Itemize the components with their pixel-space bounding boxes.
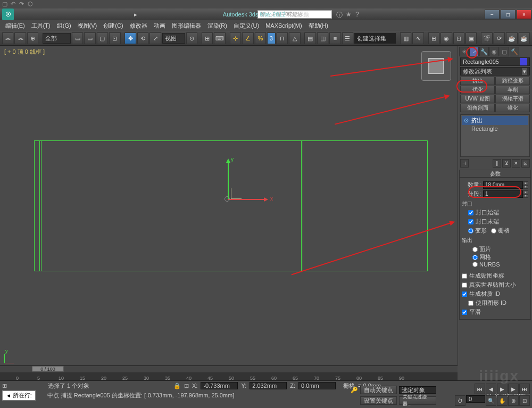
gizmo-y-axis[interactable] [228,160,229,199]
menu-views[interactable]: 视图(V) [74,21,101,31]
help-icon[interactable]: ? [355,11,363,18]
render-prod-icon[interactable]: 🎬 [481,32,492,44]
modifier-stack[interactable]: ⊙挤出 Rectangle [460,114,530,157]
key-filters[interactable]: 关键点过滤器... [399,396,436,405]
tab-motion[interactable]: ◉ [489,47,499,56]
autokey-button[interactable]: 自动关键点 [360,386,397,394]
selection-filter[interactable]: 全部 [43,33,71,44]
keyboard-shortcut-icon[interactable]: ⌨ [214,32,225,44]
time-config-icon[interactable]: ⏱ [455,395,466,406]
show-result-icon[interactable]: ∥ [493,159,501,168]
menu-graph[interactable]: 图形编辑器 [169,21,204,31]
mod-bevelprofile[interactable]: 倒角剖面 [460,104,495,112]
mod-optimize[interactable]: 优化 [460,86,495,94]
setkey-button[interactable]: 设置关键点 [360,396,397,405]
x-coord[interactable]: -0.733mm [201,382,238,389]
minimize-button[interactable]: − [485,10,500,19]
key-filter-dropdown[interactable]: 选定对象 [399,386,436,394]
toggle-icon[interactable]: ⊞ [2,382,10,389]
time-slider[interactable]: 0 / 100 [0,366,458,372]
mod-turbosmooth[interactable]: 涡轮平滑 [495,95,530,103]
gen-mat-check[interactable] [462,292,467,297]
menu-help[interactable]: 帮助(H) [305,21,331,31]
remove-mod-icon[interactable]: ✕ [512,159,520,168]
pivot-icon[interactable]: ⊙ [186,32,197,44]
goto-end-icon[interactable]: ⏭ [519,384,530,394]
tab-display[interactable]: ▢ [500,47,509,56]
menu-customize[interactable]: 自定义(U) [230,21,262,31]
menu-edit[interactable]: 编辑(E) [2,21,28,31]
edged-icon[interactable]: △ [289,32,300,44]
ref-coord[interactable]: 视图 [162,33,185,44]
cap-end-check[interactable] [468,219,473,224]
render-iter-icon[interactable]: ⟳ [494,32,505,44]
material-icon[interactable]: ◉ [440,32,452,44]
timeline[interactable]: 0 / 100 05101520253035404550556065707580… [0,365,458,380]
play-icon[interactable]: ▶ [497,384,508,394]
pin-stack-icon[interactable]: ⊣ [460,159,469,168]
goto-start-icon[interactable]: ⏮ [475,384,485,394]
viewcube[interactable] [421,51,451,81]
app-icon[interactable]: ⦿ [2,9,14,20]
menu-tools[interactable]: 工具(T) [28,21,54,31]
qa-link-icon[interactable]: ⬡ [28,1,35,8]
nav-max-icon[interactable]: ⊡ [519,395,530,406]
infocenter-icon[interactable]: ⓘ [336,11,344,18]
mirror-icon[interactable]: ◫ [317,32,328,44]
cap-start-check[interactable] [468,210,473,215]
maximize-button[interactable]: □ [501,10,516,19]
curve-editor-icon[interactable]: ∿ [412,32,423,44]
prev-frame-icon[interactable]: ◀ [486,384,496,394]
star-icon[interactable]: ★ [346,11,353,18]
tab-create[interactable]: ✳ [459,47,469,56]
qa-undo-icon[interactable]: ↶ [11,1,18,8]
lock-icon[interactable]: 🔒 [173,382,181,389]
magnet-icon[interactable]: ⊓ [277,32,288,44]
select-manipulate-icon[interactable]: ⊞ [202,32,213,44]
mod-lathe[interactable]: 车削 [495,86,530,94]
menu-create[interactable]: 创建(C) [100,21,126,31]
use-shape-check[interactable] [468,301,473,306]
y-coord[interactable]: 2.032mm [250,382,287,389]
move-icon[interactable]: ✥ [124,32,136,44]
cap-grid-radio[interactable] [491,228,496,234]
graphite-icon[interactable]: ▥ [400,32,411,44]
mod-pathdeform[interactable]: 路径变形 [495,77,530,85]
object-name-field[interactable]: Rectangle005 [460,57,530,66]
next-frame-icon[interactable]: ▶ [508,384,519,394]
render-setup-icon[interactable]: ⊡ [453,32,464,44]
gen-map-check[interactable] [462,273,467,279]
menu-render[interactable]: 渲染(R) [204,21,230,31]
bind-icon[interactable]: ⊕ [27,32,38,44]
nav-orbit-icon[interactable]: ⊕ [508,395,519,406]
real-world-check[interactable] [462,282,467,288]
schematic-icon[interactable]: ⊞ [428,32,439,44]
mod-uvw[interactable]: UVW 贴图 [460,95,495,103]
named-sel-icon[interactable]: ▤ [304,32,315,44]
menu-group[interactable]: 组(G) [54,21,74,31]
teapot-icon[interactable]: ☕ [506,32,517,44]
menu-maxscript[interactable]: MAXScript(M) [262,21,305,30]
qa-new-icon[interactable]: ▢ [2,1,10,8]
selection-set[interactable]: 创建选择集 [354,33,396,44]
select-name-icon[interactable]: ▭ [84,32,95,44]
menu-animation[interactable]: 动画 [151,21,169,31]
out-mesh-radio[interactable] [472,255,478,260]
viewport-label[interactable]: [ + 0 顶 0 线框 ] [4,48,45,56]
object-color[interactable] [520,58,527,65]
tab-utilities[interactable]: 🔨 [510,47,519,56]
out-nurbs-radio[interactable] [472,262,478,267]
coord-mode-icon[interactable]: ⊡ [184,382,189,389]
teapot2-icon[interactable]: ☕ [519,32,530,44]
modifier-list[interactable]: 修改器列表 [460,67,530,76]
window-crossing-icon[interactable]: ⊡ [109,32,120,44]
tab-hierarchy[interactable]: 🔧 [479,47,489,56]
select-icon[interactable]: ▭ [72,32,83,44]
unlink-icon[interactable]: ⫘ [14,32,26,44]
nav-pan-icon[interactable]: ✋ [497,395,508,406]
scale-icon[interactable]: ⤢ [149,32,161,44]
percent-snap-icon[interactable]: % [255,32,266,44]
gizmo-x-axis[interactable] [228,199,267,200]
menu-modifiers[interactable]: 修改器 [127,21,151,31]
z-coord[interactable]: 0.0mm [298,382,336,389]
